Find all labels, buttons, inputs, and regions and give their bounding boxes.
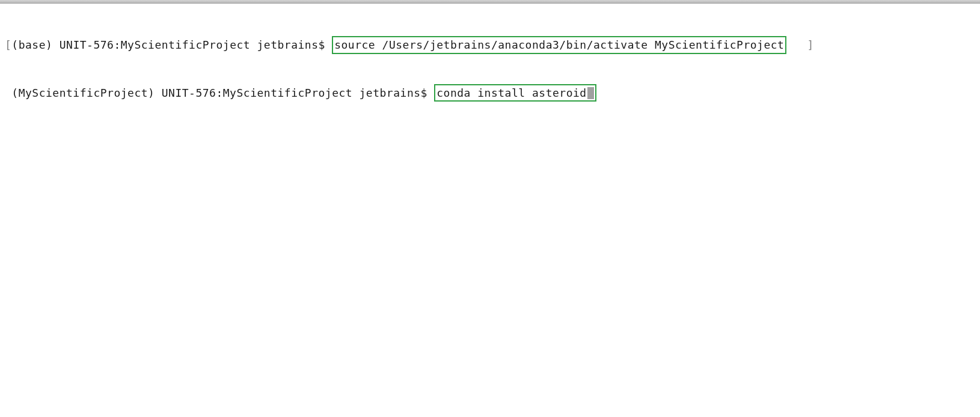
highlighted-command: source /Users/jetbrains/anaconda3/bin/ac… bbox=[332, 36, 786, 53]
text-cursor bbox=[587, 87, 594, 99]
terminal-line: (MyScientificProject) UNIT-576:MyScienti… bbox=[5, 84, 975, 102]
prompt-text: (MyScientificProject) UNIT-576:MyScienti… bbox=[5, 85, 434, 100]
close-bracket: ] bbox=[807, 37, 813, 52]
terminal-area[interactable]: [(base) UNIT-576:MyScientificProject jet… bbox=[0, 4, 980, 119]
terminal-line: [(base) UNIT-576:MyScientificProject jet… bbox=[5, 36, 975, 53]
prompt-text: (base) UNIT-576:MyScientificProject jetb… bbox=[11, 37, 332, 52]
open-bracket: [ bbox=[5, 37, 11, 52]
highlighted-command: conda install asteroid bbox=[434, 84, 596, 102]
trailing-space bbox=[786, 37, 807, 52]
command-text: conda install asteroid bbox=[436, 87, 586, 99]
